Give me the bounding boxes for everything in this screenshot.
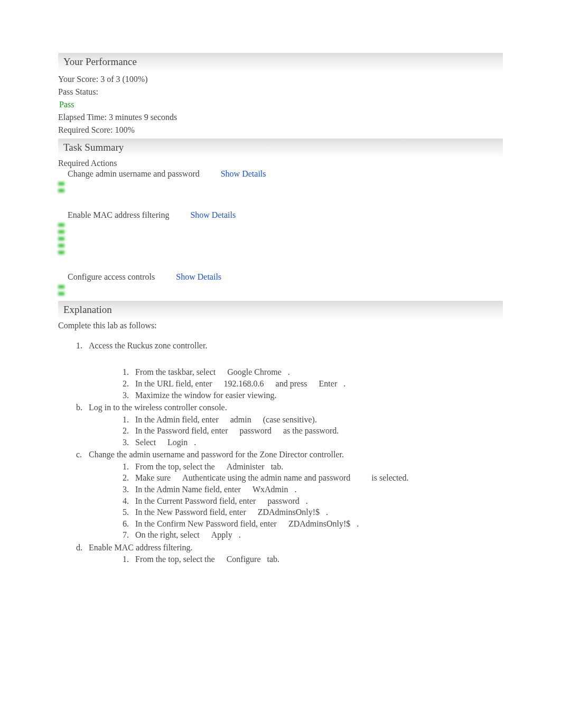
- substep-text-fragment: 192.168.0.6: [224, 379, 264, 388]
- step-text: Change the admin username and password f…: [89, 449, 344, 460]
- show-details-link[interactable]: Show Details: [190, 210, 236, 220]
- action-row: Change admin username and passwordShow D…: [58, 169, 503, 179]
- substep-item: 5.In the New Password field, enterZDAdmi…: [135, 506, 503, 518]
- substep-number: 3.: [123, 437, 129, 448]
- check-icon: [58, 285, 64, 289]
- status-markers: [58, 285, 503, 296]
- substep-text-fragment: password: [240, 426, 272, 435]
- step-item: c.Change the admin username and password…: [89, 449, 503, 541]
- step-item: 1.Access the Ruckus zone controller.1.Fr…: [89, 340, 503, 401]
- check-icon: [58, 189, 64, 192]
- action-row: Configure access controlsShow Details: [58, 272, 503, 282]
- substep-text-fragment: .: [239, 530, 241, 539]
- substep-text-fragment: WxAdmin: [253, 485, 288, 494]
- status-markers: [58, 223, 503, 254]
- substep-text-fragment: Authenticate using the admin name and pa…: [182, 473, 350, 482]
- step-number: 1.: [76, 340, 82, 352]
- substep-item: 1.In the Admin field, enteradmin(case se…: [135, 414, 503, 426]
- substep-list: 1.In the Admin field, enteradmin(case se…: [89, 414, 503, 448]
- substep-text-fragment: .: [288, 367, 290, 376]
- substep-item: 2.Make sureAuthenticate using the admin …: [135, 472, 503, 484]
- step-text: Access the Ruckus zone controller.: [89, 340, 207, 352]
- substep-number: 1.: [123, 554, 129, 565]
- action-label: Enable MAC address filtering: [68, 210, 169, 220]
- substep-number: 7.: [123, 529, 129, 541]
- substep-text-fragment: From the top, select the: [135, 462, 215, 471]
- check-icon: [58, 230, 64, 234]
- substep-list: 1.From the taskbar, selectGoogle Chrome.…: [89, 366, 503, 401]
- substep-text-fragment: From the taskbar, select: [135, 367, 216, 376]
- substep-text-fragment: Login: [167, 438, 188, 447]
- substep-text-fragment: Google Chrome: [227, 367, 282, 376]
- substep-text-fragment: .: [357, 519, 359, 528]
- substep-item: 4.In the Current Password field, enterpa…: [135, 495, 503, 507]
- pass-status-label: Pass Status:: [58, 86, 503, 98]
- substep-text-fragment: In the Admin Name field, enter: [135, 485, 241, 494]
- step-number: d.: [76, 542, 82, 554]
- substep-number: 5.: [123, 506, 129, 518]
- step-text: Enable MAC address filtering.: [89, 542, 192, 554]
- substep-text-fragment: In the New Password field, enter: [135, 508, 246, 517]
- substep-number: 2.: [123, 472, 129, 484]
- check-icon: [58, 251, 64, 254]
- step-item: d.Enable MAC address filtering.1.From th…: [89, 542, 503, 565]
- action-label: Configure access controls: [68, 272, 155, 282]
- substep-text-fragment: password: [267, 496, 299, 505]
- substep-text-fragment: On the right, select: [135, 530, 200, 539]
- substep-text-fragment: Apply: [211, 530, 232, 539]
- substep-item: 1.From the top, select theConfiguretab.: [135, 554, 503, 565]
- action-block: Configure access controlsShow Details: [58, 272, 503, 296]
- substep-text-fragment: admin: [230, 415, 251, 424]
- substep-number: 1.: [123, 366, 129, 378]
- substep-item: 3.Maximize the window for easier viewing…: [135, 390, 503, 401]
- step-item: b.Log in to the wireless controller cons…: [89, 402, 503, 448]
- action-block: Enable MAC address filteringShow Details: [58, 210, 503, 254]
- score-line: Your Score: 3 of 3 (100%): [58, 73, 503, 86]
- substep-list: 1.From the top, select theConfiguretab.: [89, 554, 503, 565]
- show-details-link[interactable]: Show Details: [221, 169, 266, 179]
- explanation-intro: Complete this lab as follows:: [58, 321, 503, 330]
- substep-number: 4.: [123, 495, 129, 507]
- substep-text-fragment: From the top, select the: [135, 555, 215, 564]
- substep-list: 1.From the top, select theAdministertab.…: [89, 461, 503, 541]
- substep-number: 1.: [123, 461, 129, 473]
- substep-item: 2.In the URL field, enter192.168.0.6and …: [135, 378, 503, 390]
- check-icon: [58, 223, 64, 227]
- substep-item: 3.SelectLogin.: [135, 437, 503, 448]
- substep-text-fragment: Make sure: [135, 473, 171, 482]
- action-label: Change admin username and password: [68, 169, 200, 179]
- substep-number: 2.: [123, 425, 129, 437]
- substep-text-fragment: .: [194, 438, 196, 447]
- action-block: Change admin username and passwordShow D…: [58, 169, 503, 192]
- substep-text-fragment: .: [306, 496, 308, 505]
- explanation-header: Explanation: [58, 301, 503, 319]
- status-markers: [58, 182, 503, 192]
- check-icon: [58, 292, 64, 296]
- substep-number: 3.: [123, 390, 129, 401]
- substep-text-fragment: tab.: [267, 555, 280, 564]
- check-icon: [58, 244, 64, 247]
- substep-number: 3.: [123, 484, 129, 495]
- substep-number: 2.: [123, 378, 129, 390]
- substep-text-fragment: In the URL field, enter: [135, 379, 212, 388]
- check-icon: [58, 182, 64, 186]
- substep-item: 2.In the Password field, enterpasswordas…: [135, 425, 503, 437]
- substep-item: 3.In the Admin Name field, enterWxAdmin.: [135, 484, 503, 495]
- substep-text-fragment: In the Current Password field, enter: [135, 496, 256, 505]
- substep-text-fragment: In the Confirm New Password field, enter: [135, 519, 277, 528]
- elapsed-time: Elapsed Time: 3 minutes 9 seconds: [58, 111, 503, 124]
- step-number: c.: [76, 449, 82, 460]
- substep-text-fragment: ZDAdminsOnly!$: [258, 508, 320, 517]
- pass-value: Pass: [58, 98, 503, 111]
- substep-text-fragment: In the Password field, enter: [135, 426, 228, 435]
- substep-text-fragment: Administer: [227, 462, 265, 471]
- substep-item: 1.From the taskbar, selectGoogle Chrome.: [135, 366, 503, 378]
- performance-header: Your Performance: [58, 53, 503, 71]
- show-details-link[interactable]: Show Details: [176, 272, 221, 282]
- substep-item: 7.On the right, selectApply.: [135, 529, 503, 541]
- substep-text-fragment: (case sensitive).: [263, 415, 317, 424]
- required-score: Required Score: 100%: [58, 124, 503, 136]
- substep-text-fragment: In the Admin field, enter: [135, 415, 219, 424]
- substep-text-fragment: Configure: [227, 555, 261, 564]
- substep-item: 1.From the top, select theAdministertab.: [135, 461, 503, 473]
